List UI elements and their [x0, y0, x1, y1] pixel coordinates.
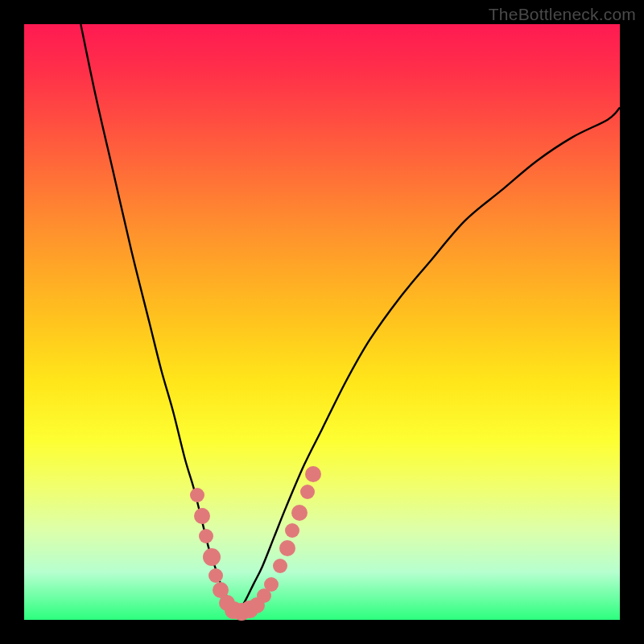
highlight-marker	[203, 548, 221, 566]
highlight-marker	[190, 488, 204, 502]
highlight-marker	[300, 485, 315, 499]
highlight-marker	[279, 540, 295, 556]
highlight-marker	[194, 508, 210, 524]
plot-area	[24, 24, 620, 620]
highlight-marker	[285, 523, 299, 538]
curve-left-branch	[80, 24, 237, 613]
chart-frame: TheBottleneck.com	[0, 0, 644, 644]
highlight-marker	[208, 568, 223, 583]
highlight-marker	[291, 505, 308, 521]
watermark-text: TheBottleneck.com	[489, 5, 636, 24]
highlight-marker	[273, 559, 287, 573]
highlight-marker	[264, 577, 279, 592]
highlight-marker	[305, 466, 321, 482]
highlight-marker	[199, 529, 213, 543]
curve-svg	[24, 24, 620, 620]
